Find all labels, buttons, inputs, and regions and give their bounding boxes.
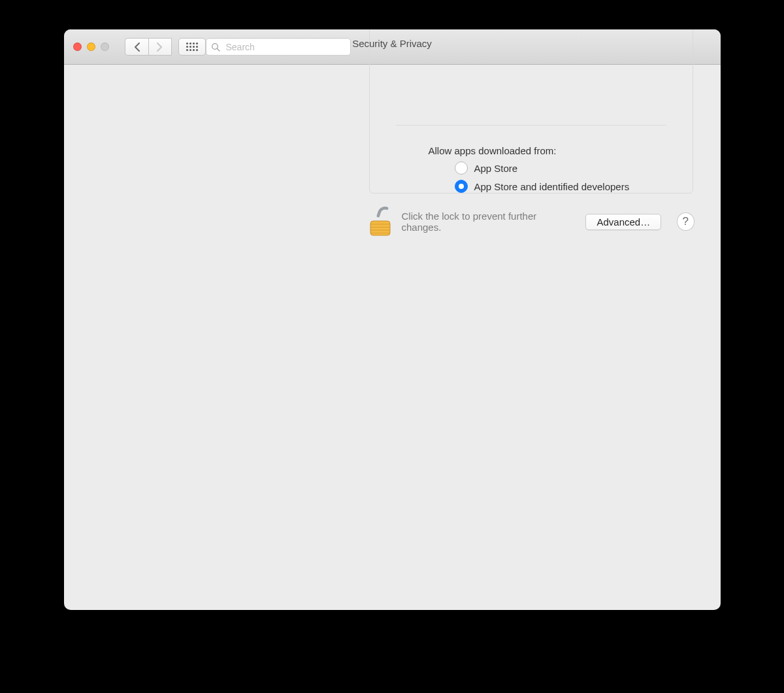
nav-buttons: Security & Privacy [125,38,351,56]
lock-hint-text: Click the lock to prevent further change… [402,211,568,233]
search-input[interactable] [206,38,351,56]
minimize-window-button[interactable] [87,42,95,51]
search-icon [211,42,220,52]
show-all-button[interactable] [178,38,206,56]
app-store-option[interactable]: App Store [429,161,693,175]
chevron-right-icon [157,42,163,52]
close-window-button[interactable] [73,42,82,51]
advanced-button[interactable]: Advanced… [585,214,661,230]
apps-section: Allow apps downloaded from: App Store Ap… [370,126,693,193]
svg-rect-3 [370,224,390,225]
forward-button[interactable] [148,38,172,56]
lock-button[interactable] [368,206,393,237]
titlebar: Security & Privacy General FileVault Fir… [64,29,721,65]
identified-developers-radio[interactable] [455,180,468,193]
identified-developers-label: App Store and identified developers [474,181,630,192]
app-store-label: App Store [474,163,518,174]
grid-icon [186,42,198,51]
content-panel: A login password has been set for this u… [369,29,693,194]
search-wrap [206,38,351,56]
svg-line-1 [217,48,220,51]
zoom-window-button [101,42,109,51]
svg-rect-4 [370,227,390,228]
chevron-left-icon [134,42,140,52]
unlocked-lock-icon [368,207,393,237]
footer: Click the lock to prevent further change… [351,194,711,250]
help-button[interactable]: ? [677,212,694,231]
back-button[interactable] [125,38,148,56]
traffic-lights [73,42,109,51]
body: General FileVault Firewall Privacy A log… [351,29,711,250]
allow-apps-heading: Allow apps downloaded from: [429,145,693,156]
svg-rect-5 [370,230,390,231]
identified-developers-option[interactable]: App Store and identified developers [429,180,693,193]
svg-rect-6 [370,233,390,233]
app-store-radio[interactable] [455,161,468,175]
preferences-window: Security & Privacy General FileVault Fir… [64,29,721,610]
